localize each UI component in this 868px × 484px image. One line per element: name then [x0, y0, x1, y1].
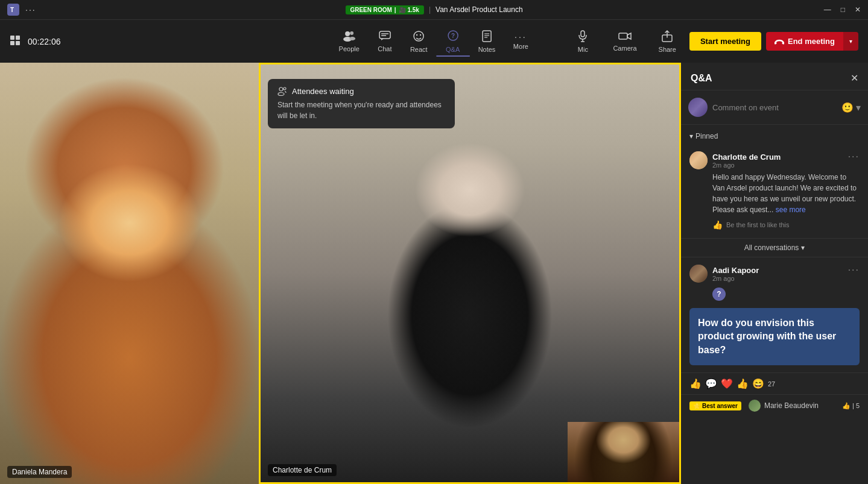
answer-likes: 👍 | 5 [842, 402, 860, 410]
thumbs-up-button[interactable]: 👍 [689, 378, 702, 389]
maximize-button[interactable]: □ [841, 5, 845, 14]
qna-close-button[interactable]: ✕ [851, 72, 858, 84]
svg-point-6 [345, 31, 350, 36]
question-text: How do you envision this product growing… [698, 316, 851, 357]
mic-button[interactable]: Mic [566, 27, 600, 57]
thumbs-reaction: 👍 [737, 378, 749, 389]
grid-icon[interactable] [10, 35, 21, 48]
qna-panel: Q&A ✕ Comment on event 🙂 ▾ ▾ Pinned [681, 63, 868, 484]
meeting-timer: 00:22:06 [28, 37, 61, 46]
aadi-time: 2m ago [712, 275, 759, 282]
qna-header: Q&A ✕ [681, 63, 868, 90]
aadi-more-button[interactable]: ··· [848, 265, 860, 275]
conversations-chevron-icon: ▾ [801, 244, 805, 252]
close-button[interactable]: ✕ [855, 5, 861, 14]
title-center: GREEN ROOM | 🎥 1.5k | Van Arsdel Product… [345, 5, 522, 14]
attendees-body: Start the meeting when you're ready and … [277, 99, 445, 121]
meeting-title: Van Arsdel Product Launch [436, 5, 523, 14]
title-divider: | [429, 5, 431, 14]
toolbar: 00:22:06 People [0, 19, 868, 63]
charlotte-name: Charlotte de Crum [712, 152, 781, 162]
people-icon [343, 31, 356, 43]
conversations-label[interactable]: All conversations ▾ [744, 244, 805, 252]
notes-label: Notes [478, 46, 496, 53]
start-meeting-button[interactable]: Start meeting [689, 32, 761, 51]
svg-point-30 [278, 93, 284, 96]
charlotte-like-row: 👍 Be the first to like this [712, 220, 860, 230]
main-content: Daniela Mandera Attendees waiting Start … [0, 63, 868, 484]
react-button[interactable]: React [402, 27, 436, 57]
end-meeting-button[interactable]: End meeting [766, 32, 843, 51]
svg-rect-10 [379, 31, 390, 39]
aadi-name: Aadi Kapoor [712, 266, 759, 275]
more-label: More [513, 43, 528, 50]
green-room-badge: GREEN ROOM | 🎥 1.5k [345, 5, 424, 14]
toolbar-left: 00:22:06 [10, 35, 61, 48]
comment-placeholder[interactable]: Comment on event [712, 103, 837, 112]
toolbar-right: Mic Camera Share Start meeting [566, 27, 858, 57]
chat-label: Chat [378, 45, 391, 52]
people-button[interactable]: People [331, 27, 368, 56]
qna-body: ▾ Pinned Charlotte de Crum 2m ago [681, 125, 868, 484]
charlotte-message-text: Hello and happy Wednesday. Welcome to Va… [712, 172, 860, 215]
reactions-row: 👍 💬 ❤️ 👍 😄 27 [681, 372, 868, 394]
video-charlotte-name: Charlotte de Crum [268, 464, 337, 476]
best-answer-author: Marie Beaudevin [764, 401, 819, 410]
attendees-icon [277, 86, 287, 96]
notes-icon [481, 30, 492, 44]
notes-button[interactable]: Notes [470, 27, 504, 57]
camera-label: Camera [613, 45, 636, 52]
titlebar: T ··· GREEN ROOM | 🎥 1.5k | Van Arsdel P… [0, 0, 868, 19]
attendees-title: Attendees waiting [292, 87, 354, 96]
charlotte-avatar [689, 151, 708, 169]
more-options[interactable]: ··· [25, 5, 36, 14]
share-icon [661, 30, 673, 44]
more-button[interactable]: ··· More [504, 29, 537, 54]
pip-video [568, 422, 679, 482]
laugh-reaction: 😄 [752, 378, 764, 389]
marie-avatar [749, 400, 761, 412]
best-answer-row: ⭐ Best answer Marie Beaudevin 👍 | 5 [681, 394, 868, 416]
svg-rect-3 [16, 36, 20, 40]
video-daniela: Daniela Mandera [0, 63, 259, 484]
qna-title: Q&A [691, 73, 712, 84]
like-button[interactable]: 👍 [712, 220, 723, 230]
react-icon [413, 30, 425, 44]
emoji-button[interactable]: 🙂 ▾ [841, 102, 861, 113]
current-user-avatar [688, 98, 708, 117]
svg-rect-18 [483, 31, 491, 42]
charlotte-time: 2m ago [712, 162, 781, 169]
share-button[interactable]: Share [650, 27, 685, 57]
pinned-label: ▾ Pinned [689, 132, 860, 140]
share-label: Share [659, 46, 676, 53]
end-meeting-chevron[interactable]: ▾ [843, 32, 858, 51]
chat-button[interactable]: Chat [368, 27, 402, 56]
pinned-section: ▾ Pinned [681, 125, 868, 151]
minimize-button[interactable]: — [824, 5, 831, 14]
svg-text:?: ? [451, 33, 455, 39]
svg-point-31 [284, 87, 286, 90]
comment-input-area[interactable]: Comment on event 🙂 ▾ [681, 90, 868, 125]
svg-point-14 [416, 34, 417, 35]
question-card: How do you envision this product growing… [689, 308, 860, 365]
camera-button[interactable]: Camera [604, 28, 645, 55]
attendee-count: 🎥 1.5k [399, 7, 419, 13]
end-meeting-container: End meeting ▾ [766, 32, 858, 51]
window-controls: — □ ✕ [824, 5, 861, 14]
svg-point-15 [420, 34, 421, 35]
qa-button[interactable]: ? Q&A [436, 27, 470, 57]
question-icon-row: ? [681, 285, 868, 301]
people-label: People [339, 45, 360, 52]
chat-icon [379, 31, 391, 43]
aadi-message-header: Aadi Kapoor 2m ago ··· [681, 257, 868, 283]
video-area: Daniela Mandera Attendees waiting Start … [0, 63, 681, 484]
svg-point-29 [279, 87, 283, 91]
attendees-waiting-tooltip: Attendees waiting Start the meeting when… [268, 79, 455, 128]
reaction-count: 27 [768, 380, 775, 388]
see-more-link[interactable]: see more [776, 206, 806, 214]
comment-button[interactable]: 💬 [705, 378, 717, 389]
more-icon: ··· [515, 33, 527, 41]
charlotte-more-button[interactable]: ··· [848, 151, 860, 162]
toolbar-center: People Chat [331, 27, 538, 57]
best-answer-badge: ⭐ Best answer [689, 401, 741, 410]
